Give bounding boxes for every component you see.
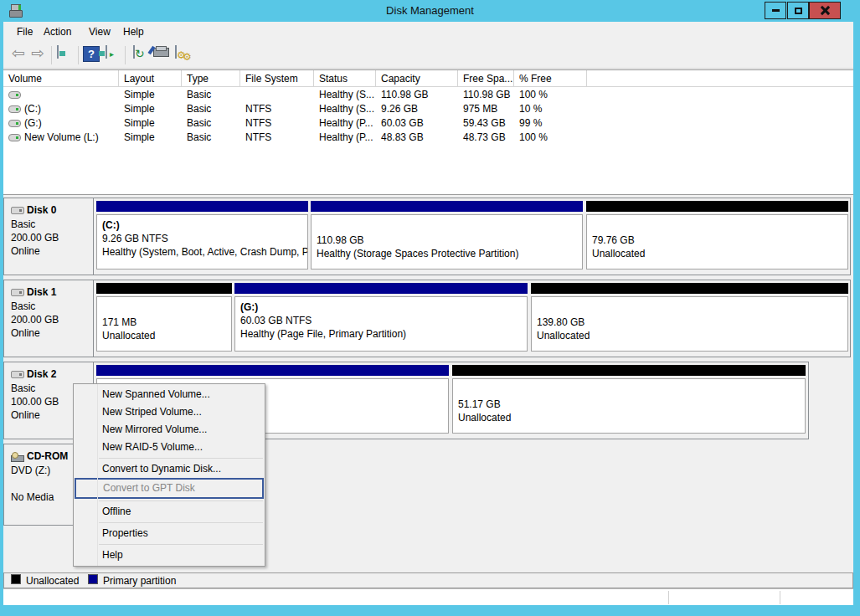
disk0-partition2-bar — [311, 201, 583, 212]
menu-item-properties[interactable]: Properties — [74, 525, 265, 542]
disk-management-window: Disk Management File Action View Help ⇦ … — [0, 0, 860, 616]
menu-separator — [99, 544, 263, 545]
column-header-free-space[interactable]: Free Spa... — [458, 70, 514, 87]
menu-separator — [99, 458, 263, 459]
disk-context-menu: New Spanned Volume... New Striped Volume… — [73, 383, 265, 567]
menu-item-convert-to-dynamic-disk[interactable]: Convert to Dynamic Disk... — [74, 460, 265, 478]
disk0-partition1-bar — [96, 201, 308, 212]
menu-item-new-mirrored-volume[interactable]: New Mirrored Volume... — [74, 421, 265, 439]
column-header-layout[interactable]: Layout — [119, 70, 182, 87]
menu-action[interactable]: Action — [44, 22, 71, 43]
menu-file[interactable]: File — [17, 22, 33, 43]
forward-icon[interactable]: ⇨ — [31, 44, 44, 62]
toolbar: ⇦ ⇨ ? ▸ ↻ ⚙⚙ — [3, 43, 853, 69]
volume-row[interactable]: Simple Basic Healthy (S... 110.98 GB 110… — [3, 88, 853, 102]
show-console-tree-icon[interactable] — [57, 45, 59, 59]
volume-row[interactable]: (G:) Simple Basic NTFS Healthy (P... 60.… — [3, 116, 853, 131]
menu-help[interactable]: Help — [123, 22, 144, 43]
status-bar — [3, 588, 853, 605]
disk2-unallocated[interactable]: 51.17 GBUnallocated — [452, 378, 806, 434]
maximize-button[interactable] — [787, 2, 809, 19]
menu-item-new-spanned-volume[interactable]: New Spanned Volume... — [74, 386, 265, 403]
column-header-pct-free[interactable]: % Free — [514, 70, 587, 87]
menu-bar: File Action View Help — [3, 22, 853, 43]
maximize-icon — [795, 8, 802, 14]
close-button[interactable] — [809, 2, 841, 19]
menu-focus-box: Convert to GPT Disk — [75, 478, 264, 499]
menu-item-convert-to-gpt-disk[interactable]: Convert to GPT Disk — [76, 480, 262, 497]
disk1-unallocated2-bar — [531, 283, 848, 294]
primary-partition-swatch — [88, 574, 98, 584]
close-icon — [821, 6, 830, 15]
disk1-partition-g[interactable]: (G:)60.03 GB NTFSHealthy (Page File, Pri… — [234, 296, 528, 352]
disk1-unallocated-small[interactable]: 171 MBUnallocated — [96, 296, 232, 352]
toolbar-separator — [125, 46, 126, 64]
volume-list-pane: Volume Layout Type File System Status Ca… — [3, 69, 853, 194]
title-bar: Disk Management — [0, 0, 860, 22]
disk0-unallocated-bar — [586, 201, 848, 212]
disk0-unallocated[interactable]: 79.76 GBUnallocated — [586, 214, 848, 270]
menu-item-new-striped-volume[interactable]: New Striped Volume... — [74, 403, 265, 421]
disk2-unallocated-bar — [452, 365, 806, 376]
minimize-button[interactable] — [765, 2, 786, 19]
disk0-partition-c[interactable]: (C:)9.26 GB NTFSHealthy (System, Boot, A… — [96, 214, 308, 270]
disk0-label[interactable]: Disk 0 Basic 200.00 GB Online — [3, 198, 94, 275]
menu-view[interactable]: View — [89, 22, 111, 43]
back-icon[interactable]: ⇦ — [12, 44, 25, 62]
unallocated-swatch — [11, 574, 21, 584]
volume-row[interactable]: New Volume (L:) Simple Basic NTFS Health… — [3, 131, 853, 145]
menu-separator — [99, 522, 263, 523]
menu-item-new-raid5-volume[interactable]: New RAID-5 Volume... — [74, 439, 265, 456]
status-bar-divider — [668, 591, 669, 604]
window-title: Disk Management — [0, 0, 860, 22]
volume-icon — [8, 105, 21, 113]
column-header-type[interactable]: Type — [182, 70, 240, 87]
column-header-volume[interactable]: Volume — [3, 70, 119, 87]
legend-unallocated: Unallocated — [26, 574, 79, 588]
column-header-file-system[interactable]: File System — [240, 70, 314, 87]
toolbar-separator — [78, 46, 79, 64]
disk-icon — [11, 371, 24, 378]
disk1-partition-g-bar — [234, 283, 528, 294]
status-bar-divider — [780, 591, 780, 604]
show-action-pane-icon[interactable]: ▸ — [106, 45, 107, 59]
legend-bar: Unallocated Primary partition — [3, 572, 853, 588]
disk-management-icon[interactable]: ⚙⚙ — [175, 45, 177, 59]
disk1-unallocated-large[interactable]: 139.80 GBUnallocated — [531, 296, 848, 352]
disk1-unallocated1-bar — [96, 283, 232, 294]
disk2-partition-bar — [96, 365, 449, 376]
disk-icon — [11, 289, 24, 296]
disk0-partition-storage-spaces[interactable]: 110.98 GBHealthy (Storage Spaces Protect… — [311, 214, 583, 270]
volume-icon — [8, 120, 21, 127]
minimize-icon — [772, 9, 780, 12]
legend-primary-partition: Primary partition — [103, 574, 176, 588]
menu-item-help[interactable]: Help — [74, 547, 265, 564]
volume-list-header: Volume Layout Type File System Status Ca… — [3, 70, 853, 87]
cdrom-icon — [11, 452, 25, 462]
toolbar-separator — [51, 46, 52, 64]
help-icon[interactable]: ? — [83, 46, 100, 62]
volume-icon — [8, 134, 21, 141]
column-header-status[interactable]: Status — [314, 70, 376, 87]
column-header-capacity[interactable]: Capacity — [376, 70, 458, 87]
disk-icon — [11, 207, 24, 214]
refresh-icon[interactable]: ↻ — [133, 45, 135, 59]
volume-icon — [8, 91, 21, 99]
menu-item-offline[interactable]: Offline — [74, 503, 265, 521]
menu-separator — [99, 501, 263, 501]
disk1-label[interactable]: Disk 1 Basic 200.00 GB Online — [3, 280, 94, 357]
volume-row[interactable]: (C:) Simple Basic NTFS Healthy (S... 9.2… — [3, 102, 853, 116]
